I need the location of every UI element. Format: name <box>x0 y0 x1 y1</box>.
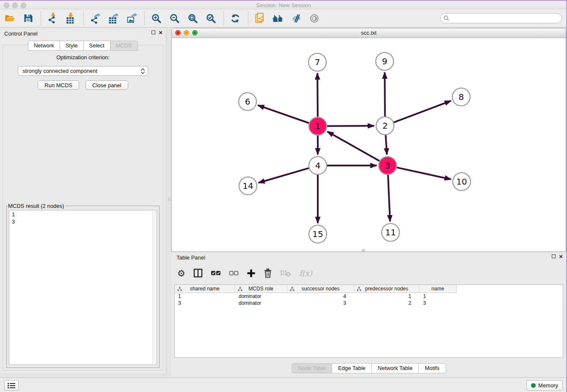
open-session-icon[interactable] <box>3 12 16 25</box>
criterion-dropdown[interactable]: strongly connected component <box>18 66 148 76</box>
network-view-title: scc.txt <box>172 30 566 36</box>
close-panel-button[interactable]: Close panel <box>85 80 128 90</box>
edge-2-3[interactable] <box>385 135 387 155</box>
task-history-button[interactable] <box>4 380 19 391</box>
zoom-out-icon[interactable] <box>168 12 181 25</box>
deselect-all-icon[interactable] <box>229 268 239 279</box>
edge-1-2[interactable] <box>327 126 374 126</box>
memory-button[interactable]: Memory <box>526 380 563 391</box>
zoom-fit-icon[interactable] <box>186 12 199 25</box>
gear-icon[interactable]: ⚙ <box>177 268 185 279</box>
node-table: shared nameMCDS rolesuccessor nodesprede… <box>174 284 563 358</box>
graph-node-6[interactable]: 6 <box>239 93 256 110</box>
svg-text:4: 4 <box>315 160 321 171</box>
column-header-shared-name[interactable]: shared name <box>175 285 235 293</box>
table-cell[interactable]: 1 <box>420 293 457 299</box>
float-table-panel-icon[interactable] <box>552 254 556 258</box>
column-header-MCDS-role[interactable]: MCDS role <box>235 285 287 293</box>
graph-node-9[interactable]: 9 <box>376 52 394 70</box>
network-from-selection-icon[interactable] <box>253 12 266 25</box>
table-cell[interactable]: 2 <box>355 300 420 306</box>
import-network-icon[interactable] <box>46 12 59 25</box>
list-icon <box>7 382 16 389</box>
export-network-icon[interactable] <box>89 12 102 25</box>
split-columns-icon[interactable] <box>193 268 203 279</box>
horizontal-splitter-handle[interactable] <box>362 249 365 251</box>
result-scrollbar[interactable] <box>152 211 156 364</box>
svg-text:1: 1 <box>315 121 321 131</box>
graph-node-15[interactable]: 15 <box>309 225 327 243</box>
edge-1-7[interactable] <box>317 73 318 117</box>
graph-node-1[interactable]: 1 <box>309 117 327 135</box>
memory-status-dot <box>531 383 536 388</box>
export-image-icon[interactable] <box>125 12 138 25</box>
edge-3-11[interactable] <box>388 175 390 221</box>
export-table-icon[interactable] <box>107 12 120 25</box>
tab-node-table[interactable]: Node Table <box>292 363 332 373</box>
add-icon[interactable] <box>247 268 256 279</box>
import-table-icon[interactable] <box>64 12 77 25</box>
run-mcds-button[interactable]: Run MCDS <box>38 80 79 90</box>
zoom-selected-icon[interactable] <box>204 12 217 25</box>
table-cell[interactable]: 3 <box>420 300 457 306</box>
home-icon[interactable] <box>272 12 284 25</box>
mcds-result-fieldset: MCDS result (2 nodes) 1 3 <box>6 203 160 368</box>
save-session-icon[interactable] <box>22 12 34 25</box>
vertical-splitter-handle[interactable] <box>168 197 171 201</box>
table-cell[interactable]: 3 <box>175 300 235 306</box>
trash-icon[interactable] <box>264 268 272 279</box>
graph-node-8[interactable]: 8 <box>452 88 470 106</box>
graph-node-11[interactable]: 11 <box>382 224 399 241</box>
network-canvas[interactable]: 7968124314101511 <box>172 38 566 251</box>
tab-motifs[interactable]: Motifs <box>419 363 446 373</box>
show-details-icon[interactable] <box>308 12 321 25</box>
table-cell[interactable]: 4 <box>287 293 355 299</box>
table-cell[interactable]: 1 <box>355 293 420 299</box>
zoom-in-icon[interactable] <box>150 12 162 25</box>
hide-details-icon[interactable] <box>290 12 303 25</box>
graph-node-3[interactable]: 3 <box>379 157 396 174</box>
mcds-result-text[interactable]: 1 3 <box>9 210 157 365</box>
search-input[interactable] <box>440 13 562 23</box>
column-header-name[interactable]: name <box>419 285 456 293</box>
graph-node-2[interactable]: 2 <box>376 117 394 135</box>
edge-1-6[interactable] <box>258 105 309 123</box>
graph-node-14[interactable]: 14 <box>239 177 257 195</box>
close-table-panel-icon[interactable]: × <box>559 254 563 259</box>
graph-node-10[interactable]: 10 <box>453 173 471 190</box>
table-row[interactable]: 3dominator323 <box>175 300 563 306</box>
toolbar-separator <box>248 11 248 25</box>
network-view-window: × − + scc.txt 7968124314101511 <box>171 28 566 252</box>
float-panel-icon[interactable] <box>151 30 155 34</box>
table-panel: Table Panel × ⚙f(x) shared nameMCDS role… <box>171 252 566 377</box>
graph-node-4[interactable]: 4 <box>309 157 327 174</box>
close-panel-icon[interactable]: × <box>159 30 162 35</box>
network-window-titlebar[interactable]: × − + scc.txt <box>172 28 566 38</box>
refresh-icon[interactable] <box>229 12 242 25</box>
svg-text:2: 2 <box>383 121 388 131</box>
edge-3-1[interactable] <box>328 132 380 161</box>
tab-network-table[interactable]: Network Table <box>372 363 419 373</box>
tab-style[interactable]: Style <box>60 41 84 51</box>
status-bar: Memory <box>0 378 567 392</box>
edge-3-10[interactable] <box>396 168 451 179</box>
tab-mcds[interactable]: MCDS <box>110 41 138 51</box>
graph-node-7[interactable]: 7 <box>308 53 326 71</box>
table-cell[interactable]: dominator <box>235 300 287 306</box>
column-header-predecessor-nodes[interactable]: predecessor nodes <box>354 285 419 293</box>
svg-text:11: 11 <box>385 227 396 237</box>
edge-2-8[interactable] <box>394 101 451 122</box>
table-cell[interactable]: dominator <box>235 293 287 299</box>
tab-select[interactable]: Select <box>84 41 110 51</box>
table-row[interactable]: 1dominator411 <box>175 293 563 300</box>
tab-network[interactable]: Network <box>28 41 60 51</box>
table-cell[interactable]: 3 <box>287 300 355 306</box>
tab-edge-table[interactable]: Edge Table <box>332 363 372 373</box>
table-cell[interactable]: 1 <box>175 293 235 299</box>
edge-4-14[interactable] <box>259 168 309 183</box>
edge-2-9[interactable] <box>385 72 385 116</box>
column-header-successor-nodes[interactable]: successor nodes <box>287 285 355 293</box>
search-icon <box>443 15 449 23</box>
select-all-icon[interactable] <box>211 268 221 279</box>
svg-text:14: 14 <box>242 181 253 191</box>
